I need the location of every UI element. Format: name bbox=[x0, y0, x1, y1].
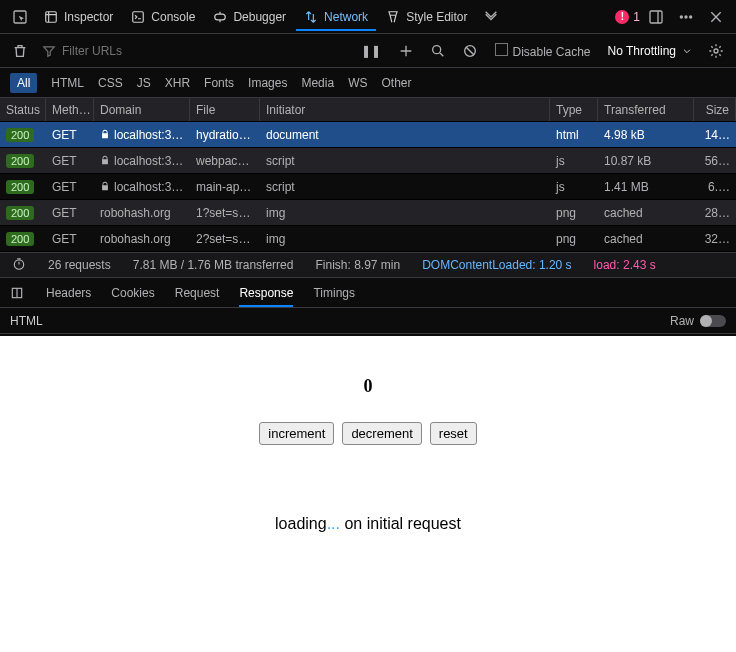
type-ws[interactable]: WS bbox=[348, 76, 367, 90]
tab-style[interactable]: Style Editor bbox=[378, 3, 475, 31]
tab-debugger[interactable]: Debugger bbox=[205, 3, 294, 31]
status-finish: Finish: 8.97 min bbox=[315, 258, 400, 272]
decrement-button[interactable]: decrement bbox=[342, 422, 421, 445]
cell-initiator: script bbox=[260, 154, 550, 168]
svg-point-5 bbox=[680, 16, 682, 18]
cell-method: GET bbox=[46, 180, 94, 194]
increment-button[interactable]: increment bbox=[259, 422, 334, 445]
plus-icon[interactable] bbox=[392, 37, 420, 65]
network-icon bbox=[304, 10, 318, 24]
inspector-icon bbox=[44, 10, 58, 24]
gear-icon[interactable] bbox=[702, 37, 730, 65]
status-badge: 200 bbox=[6, 180, 34, 194]
type-fonts[interactable]: Fonts bbox=[204, 76, 234, 90]
table-row[interactable]: 200GETlocalhost:3…webpack.jsscriptjs10.8… bbox=[0, 148, 736, 174]
cell-size: 28… bbox=[694, 206, 736, 220]
raw-toggle[interactable]: Raw bbox=[670, 314, 726, 328]
table-row[interactable]: 200GETrobohash.org2?set=set28imgpngcache… bbox=[0, 226, 736, 252]
switch-icon bbox=[700, 315, 726, 327]
cell-transferred: 4.98 kB bbox=[598, 128, 694, 142]
collapse-icon[interactable] bbox=[10, 279, 26, 307]
tab-inspector[interactable]: Inspector bbox=[36, 3, 121, 31]
loading-prefix: loading bbox=[275, 515, 327, 532]
type-xhr[interactable]: XHR bbox=[165, 76, 190, 90]
svg-point-7 bbox=[690, 16, 692, 18]
throttling-select[interactable]: No Throttling bbox=[602, 44, 698, 58]
more-tabs-icon[interactable] bbox=[477, 3, 505, 31]
subtab-timings[interactable]: Timings bbox=[313, 279, 355, 307]
tab-style-label: Style Editor bbox=[406, 10, 467, 24]
cell-file: hydration-s bbox=[190, 128, 260, 142]
dock-icon[interactable] bbox=[642, 3, 670, 31]
th-method[interactable]: Meth… bbox=[46, 98, 94, 121]
close-icon[interactable] bbox=[702, 3, 730, 31]
stopwatch-icon[interactable] bbox=[12, 257, 26, 274]
th-domain[interactable]: Domain bbox=[94, 98, 190, 121]
cell-domain: localhost:3… bbox=[94, 128, 190, 142]
request-table: 200GETlocalhost:3…hydration-sdocumenthtm… bbox=[0, 122, 736, 252]
svg-point-8 bbox=[433, 45, 441, 53]
tab-console[interactable]: Console bbox=[123, 3, 203, 31]
subtab-headers[interactable]: Headers bbox=[46, 279, 91, 307]
type-other[interactable]: Other bbox=[381, 76, 411, 90]
chevron-down-icon bbox=[682, 46, 692, 56]
filter-placeholder: Filter URLs bbox=[62, 44, 122, 58]
overflow-icon[interactable] bbox=[672, 3, 700, 31]
cell-file: main-app.js bbox=[190, 180, 260, 194]
type-css[interactable]: CSS bbox=[98, 76, 123, 90]
filter-input[interactable]: Filter URLs bbox=[38, 44, 350, 58]
tab-inspector-label: Inspector bbox=[64, 10, 113, 24]
cell-file: 2?set=set28 bbox=[190, 232, 260, 246]
tab-debugger-label: Debugger bbox=[233, 10, 286, 24]
type-images[interactable]: Images bbox=[248, 76, 287, 90]
lock-icon bbox=[100, 155, 110, 165]
th-file[interactable]: File bbox=[190, 98, 260, 121]
type-all[interactable]: All bbox=[10, 73, 37, 93]
subtab-cookies[interactable]: Cookies bbox=[111, 279, 154, 307]
pointer-icon[interactable] bbox=[6, 3, 34, 31]
tab-console-label: Console bbox=[151, 10, 195, 24]
status-bar: 26 requests 7.81 MB / 1.76 MB transferre… bbox=[0, 252, 736, 278]
cell-domain: robohash.org bbox=[94, 206, 190, 220]
lock-icon bbox=[100, 181, 110, 191]
th-type[interactable]: Type bbox=[550, 98, 598, 121]
svg-rect-2 bbox=[133, 11, 144, 22]
type-filter-bar: All HTML CSS JS XHR Fonts Images Media W… bbox=[0, 68, 736, 98]
th-initiator[interactable]: Initiator bbox=[260, 98, 550, 121]
table-header: Status Meth… Domain File Initiator Type … bbox=[0, 98, 736, 122]
type-html[interactable]: HTML bbox=[51, 76, 84, 90]
disable-cache-checkbox[interactable]: Disable Cache bbox=[488, 38, 597, 64]
subtab-request[interactable]: Request bbox=[175, 279, 220, 307]
table-row[interactable]: 200GETrobohash.org1?set=set28imgpngcache… bbox=[0, 200, 736, 226]
status-load: load: 2.43 s bbox=[594, 258, 656, 272]
type-js[interactable]: JS bbox=[137, 76, 151, 90]
reset-button[interactable]: reset bbox=[430, 422, 477, 445]
type-media[interactable]: Media bbox=[301, 76, 334, 90]
table-row[interactable]: 200GETlocalhost:3…main-app.jsscriptjs1.4… bbox=[0, 174, 736, 200]
th-transferred[interactable]: Transferred bbox=[598, 98, 694, 121]
cell-method: GET bbox=[46, 206, 94, 220]
th-size[interactable]: Size bbox=[694, 98, 736, 121]
th-status[interactable]: Status bbox=[0, 98, 46, 121]
status-requests: 26 requests bbox=[48, 258, 111, 272]
cell-size: 6.… bbox=[694, 180, 736, 194]
cell-size: 14… bbox=[694, 128, 736, 142]
pause-button[interactable]: ❚❚ bbox=[354, 39, 388, 63]
svg-point-10 bbox=[714, 49, 718, 53]
error-badge[interactable]: !1 bbox=[615, 10, 640, 24]
clear-icon[interactable] bbox=[6, 37, 34, 65]
error-count: 1 bbox=[633, 10, 640, 24]
cell-domain: localhost:3… bbox=[94, 154, 190, 168]
table-row[interactable]: 200GETlocalhost:3…hydration-sdocumenthtm… bbox=[0, 122, 736, 148]
loading-dots: ... bbox=[327, 515, 340, 532]
cell-file: 1?set=set28 bbox=[190, 206, 260, 220]
tab-network[interactable]: Network bbox=[296, 3, 376, 31]
cell-initiator: document bbox=[260, 128, 550, 142]
cell-method: GET bbox=[46, 232, 94, 246]
svg-rect-1 bbox=[46, 11, 57, 22]
search-icon[interactable] bbox=[424, 37, 452, 65]
subtab-response[interactable]: Response bbox=[239, 279, 293, 307]
block-icon[interactable] bbox=[456, 37, 484, 65]
svg-rect-4 bbox=[650, 11, 662, 23]
response-preview: 0 increment decrement reset loading... o… bbox=[0, 336, 736, 652]
